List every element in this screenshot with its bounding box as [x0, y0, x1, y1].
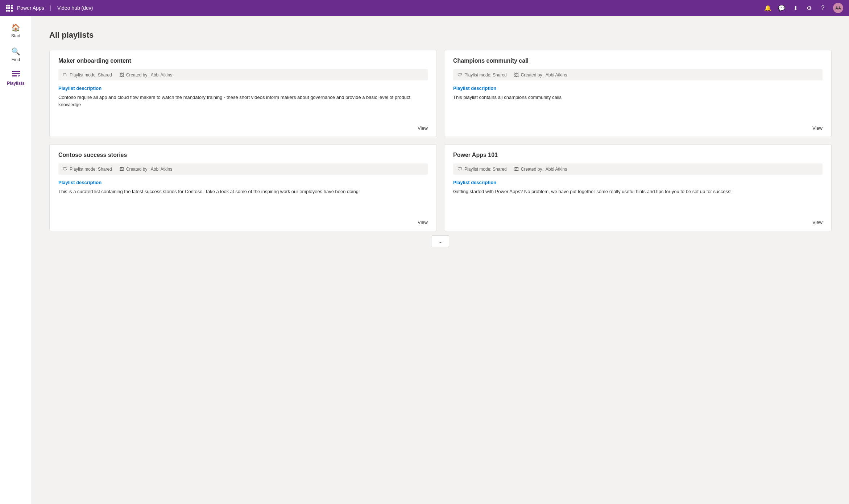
svg-marker-3 — [18, 75, 20, 77]
desc-text-1: This playlist contains all champions com… — [453, 94, 823, 120]
card-meta-1: 🛡 Playlist mode: Shared 🖼 Created by : A… — [453, 69, 823, 80]
meta-mode-2: 🛡 Playlist mode: Shared — [63, 166, 112, 172]
page-title: All playlists — [49, 30, 832, 40]
sidebar: 🏠 Start 🔍 Find Playlists — [0, 16, 32, 504]
card-title-2: Contoso success stories — [58, 152, 428, 158]
created-label-3: Created by : Abbi Atkins — [521, 167, 567, 172]
main-content: All playlists Maker onboarding content 🛡… — [32, 16, 849, 504]
desc-text-2: This is a curated list containing the la… — [58, 188, 428, 214]
meta-created-1: 🖼 Created by : Abbi Atkins — [514, 72, 567, 78]
find-icon: 🔍 — [11, 47, 20, 56]
playlist-card-maker-onboarding: Maker onboarding content 🛡 Playlist mode… — [49, 50, 437, 137]
desc-link-2[interactable]: Playlist description — [58, 180, 428, 185]
playlists-grid: Maker onboarding content 🛡 Playlist mode… — [49, 50, 832, 231]
image-icon-0: 🖼 — [119, 72, 124, 78]
chat-icon[interactable]: 💬 — [778, 4, 785, 12]
sidebar-item-playlists-label: Playlists — [7, 81, 25, 86]
image-icon-3: 🖼 — [514, 166, 519, 172]
created-label-1: Created by : Abbi Atkins — [521, 72, 567, 78]
card-title-0: Maker onboarding content — [58, 58, 428, 64]
created-label-0: Created by : Abbi Atkins — [126, 72, 172, 78]
meta-mode-3: 🛡 Playlist mode: Shared — [457, 166, 507, 172]
svg-rect-1 — [12, 73, 20, 74]
app-name: Power Apps — [17, 5, 44, 11]
meta-mode-1: 🛡 Playlist mode: Shared — [457, 72, 507, 78]
meta-created-3: 🖼 Created by : Abbi Atkins — [514, 166, 567, 172]
help-icon[interactable]: ? — [819, 4, 827, 12]
meta-created-0: 🖼 Created by : Abbi Atkins — [119, 72, 172, 78]
sidebar-item-find-label: Find — [12, 57, 20, 62]
notifications-icon[interactable]: 🔔 — [764, 4, 771, 12]
mode-label-0: Playlist mode: Shared — [70, 72, 112, 78]
card-meta-2: 🛡 Playlist mode: Shared 🖼 Created by : A… — [58, 163, 428, 175]
card-title-1: Champions community call — [453, 58, 823, 64]
settings-icon[interactable]: ⚙ — [805, 4, 813, 12]
sidebar-item-start-label: Start — [11, 33, 20, 38]
image-icon-1: 🖼 — [514, 72, 519, 78]
topbar-separator: | — [50, 5, 51, 11]
app-body: 🏠 Start 🔍 Find Playlists All playlists — [0, 16, 849, 504]
card-meta-0: 🛡 Playlist mode: Shared 🖼 Created by : A… — [58, 69, 428, 80]
download-icon[interactable]: ⬇ — [792, 4, 799, 12]
avatar[interactable]: AA — [833, 3, 843, 13]
svg-rect-0 — [12, 71, 20, 72]
desc-link-3[interactable]: Playlist description — [453, 180, 823, 185]
grid-menu-icon[interactable] — [6, 5, 13, 12]
view-button-2[interactable]: View — [58, 220, 428, 225]
playlist-card-contoso: Contoso success stories 🛡 Playlist mode:… — [49, 144, 437, 231]
desc-text-3: Getting started with Power Apps? No prob… — [453, 188, 823, 214]
sidebar-item-start[interactable]: 🏠 Start — [0, 19, 32, 43]
shield-icon-3: 🛡 — [457, 166, 462, 172]
mode-label-3: Playlist mode: Shared — [464, 167, 507, 172]
desc-text-0: Contoso require all app and cloud flow m… — [58, 94, 428, 120]
desc-link-0[interactable]: Playlist description — [58, 86, 428, 91]
hub-name: Video hub (dev) — [57, 5, 93, 11]
topbar-right: 🔔 💬 ⬇ ⚙ ? AA — [764, 3, 843, 13]
home-icon: 🏠 — [11, 23, 20, 32]
image-icon-2: 🖼 — [119, 166, 124, 172]
meta-created-2: 🖼 Created by : Abbi Atkins — [119, 166, 172, 172]
shield-icon-2: 🛡 — [63, 166, 67, 172]
mode-label-2: Playlist mode: Shared — [70, 167, 112, 172]
playlist-card-power-apps-101: Power Apps 101 🛡 Playlist mode: Shared 🖼… — [444, 144, 832, 231]
view-button-1[interactable]: View — [453, 125, 823, 131]
desc-link-1[interactable]: Playlist description — [453, 86, 823, 91]
sidebar-item-find[interactable]: 🔍 Find — [0, 43, 32, 67]
scroll-down-button[interactable]: ⌄ — [432, 236, 449, 247]
topbar: Power Apps | Video hub (dev) 🔔 💬 ⬇ ⚙ ? A… — [0, 0, 849, 16]
svg-rect-2 — [12, 75, 17, 76]
meta-mode-0: 🛡 Playlist mode: Shared — [63, 72, 112, 78]
created-label-2: Created by : Abbi Atkins — [126, 167, 172, 172]
card-title-3: Power Apps 101 — [453, 152, 823, 158]
playlists-icon — [12, 71, 20, 79]
view-button-0[interactable]: View — [58, 125, 428, 131]
shield-icon-0: 🛡 — [63, 72, 67, 78]
topbar-left: Power Apps | Video hub (dev) — [6, 5, 93, 12]
view-button-3[interactable]: View — [453, 220, 823, 225]
shield-icon-1: 🛡 — [457, 72, 462, 78]
scroll-down-container: ⌄ — [49, 231, 832, 249]
playlist-card-champions: Champions community call 🛡 Playlist mode… — [444, 50, 832, 137]
mode-label-1: Playlist mode: Shared — [464, 72, 507, 78]
card-meta-3: 🛡 Playlist mode: Shared 🖼 Created by : A… — [453, 163, 823, 175]
sidebar-item-playlists[interactable]: Playlists — [0, 67, 32, 90]
